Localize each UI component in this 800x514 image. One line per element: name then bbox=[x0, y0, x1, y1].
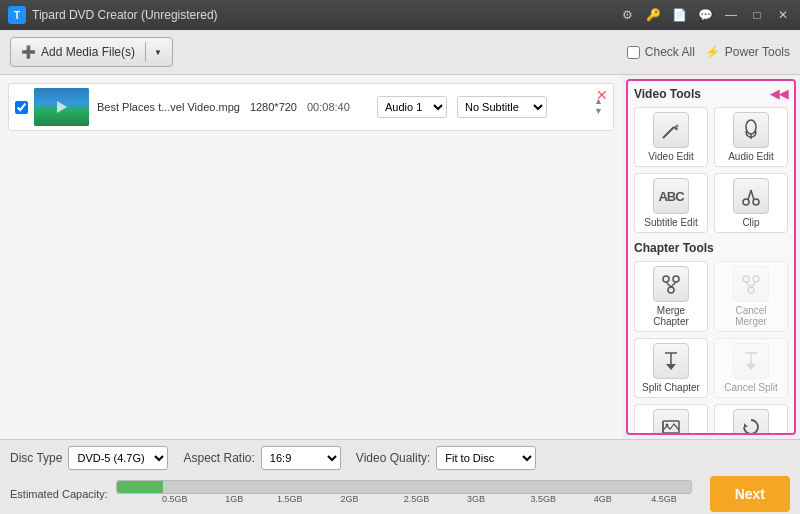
media-subtitle-selector: No Subtitle bbox=[457, 96, 547, 118]
svg-line-5 bbox=[748, 190, 751, 200]
next-button[interactable]: Next bbox=[710, 476, 790, 512]
tick-4: 2.5GB bbox=[404, 494, 430, 504]
add-media-label: Add Media File(s) bbox=[41, 45, 135, 59]
media-filename: Best Places t...vel Video.mpg bbox=[97, 101, 240, 113]
video-quality-field: Video Quality: Fit to Disc High Medium L… bbox=[356, 446, 537, 470]
video-quality-label: Video Quality: bbox=[356, 451, 431, 465]
media-resolution: 1280*720 bbox=[250, 101, 297, 113]
tick-1: 1GB bbox=[225, 494, 243, 504]
svg-point-13 bbox=[753, 276, 759, 282]
media-remove-button[interactable]: ✕ bbox=[596, 87, 608, 103]
settings-icon[interactable]: ⚙ bbox=[618, 8, 636, 22]
capacity-progress-bar bbox=[116, 480, 692, 494]
svg-line-6 bbox=[751, 190, 754, 200]
subtitle-edit-icon: ABC bbox=[653, 178, 689, 214]
split-chapter-button[interactable]: Split Chapter bbox=[634, 338, 708, 398]
chapter-tools-section: Chapter Tools bbox=[634, 241, 788, 435]
thumbnail-scene bbox=[34, 88, 89, 126]
capacity-bar-wrapper: 0.5GB 1GB 1.5GB 2GB 2.5GB 3GB 3.5GB 4GB … bbox=[116, 480, 692, 508]
title-controls: ⚙ 🔑 📄 💬 — □ ✕ bbox=[618, 8, 792, 22]
aspect-ratio-select[interactable]: 16:9 4:3 bbox=[261, 446, 341, 470]
merge-chapter-label: Merge Chapter bbox=[639, 305, 703, 327]
disc-type-field: Disc Type DVD-5 (4.7G) DVD-9 (8.5G) bbox=[10, 446, 168, 470]
title-bar: T Tipard DVD Creator (Unregistered) ⚙ 🔑 … bbox=[0, 0, 800, 30]
maximize-icon[interactable]: □ bbox=[748, 8, 766, 22]
svg-point-12 bbox=[743, 276, 749, 282]
capacity-label: Estimated Capacity: bbox=[10, 488, 108, 500]
add-media-button[interactable]: ➕ Add Media File(s) ▼ bbox=[10, 37, 173, 67]
dropdown-arrow-icon: ▼ bbox=[154, 48, 162, 57]
merge-chapter-icon bbox=[653, 266, 689, 302]
video-quality-select[interactable]: Fit to Disc High Medium Low bbox=[436, 446, 536, 470]
power-tools-icon: ⚡ bbox=[705, 45, 720, 59]
svg-point-8 bbox=[673, 276, 679, 282]
video-tools-panel: Video Tools ◀◀ Video Edit bbox=[626, 79, 796, 435]
media-item: Best Places t...vel Video.mpg 1280*720 0… bbox=[8, 83, 614, 131]
clip-button[interactable]: Clip bbox=[714, 173, 788, 233]
bottom-bar: Disc Type DVD-5 (4.7G) DVD-9 (8.5G) Aspe… bbox=[0, 439, 800, 514]
svg-point-24 bbox=[666, 424, 669, 427]
svg-marker-18 bbox=[666, 364, 676, 370]
subtitle-edit-button[interactable]: ABC Subtitle Edit bbox=[634, 173, 708, 233]
video-edit-button[interactable]: Video Edit bbox=[634, 107, 708, 167]
cancel-merger-button[interactable]: Cancel Merger bbox=[714, 261, 788, 332]
chapter-tools-grid: Merge Chapter bbox=[634, 261, 788, 435]
svg-point-7 bbox=[663, 276, 669, 282]
video-tools-grid: Video Edit Audio Edit ABC bbox=[634, 107, 788, 233]
capacity-progress-fill bbox=[117, 481, 163, 493]
reset-all-button[interactable]: Reset All bbox=[714, 404, 788, 435]
close-icon[interactable]: ✕ bbox=[774, 8, 792, 22]
tick-labels: 0.5GB 1GB 1.5GB 2GB 2.5GB 3GB 3.5GB 4GB … bbox=[116, 494, 692, 508]
media-list: Best Places t...vel Video.mpg 1280*720 0… bbox=[0, 75, 622, 439]
media-thumbnail bbox=[34, 88, 89, 126]
split-chapter-label: Split Chapter bbox=[642, 382, 700, 393]
video-tools-title: Video Tools bbox=[634, 87, 701, 101]
merge-chapter-button[interactable]: Merge Chapter bbox=[634, 261, 708, 332]
audio-select[interactable]: Audio 1 Audio 2 bbox=[377, 96, 447, 118]
svg-marker-21 bbox=[746, 364, 756, 370]
svg-point-14 bbox=[748, 287, 754, 293]
media-duration: 00:08:40 bbox=[307, 101, 367, 113]
check-all-checkbox[interactable] bbox=[627, 46, 640, 59]
tick-5: 3GB bbox=[467, 494, 485, 504]
key-icon[interactable]: 🔑 bbox=[644, 8, 662, 22]
chapter-tools-title: Chapter Tools bbox=[634, 241, 714, 255]
arrow-down-icon[interactable]: ▼ bbox=[594, 107, 603, 117]
svg-point-1 bbox=[746, 120, 756, 134]
collapse-arrow-icon[interactable]: ◀◀ bbox=[770, 87, 788, 101]
audio-edit-label: Audio Edit bbox=[728, 151, 774, 162]
audio-edit-icon bbox=[733, 112, 769, 148]
dropdown-divider bbox=[145, 42, 146, 62]
thumbnail-setting-button[interactable]: Thumbnail Setting bbox=[634, 404, 708, 435]
aspect-ratio-field: Aspect Ratio: 16:9 4:3 bbox=[183, 446, 340, 470]
svg-point-9 bbox=[668, 287, 674, 293]
video-tools-header: Video Tools ◀◀ bbox=[634, 87, 788, 101]
subtitle-select[interactable]: No Subtitle bbox=[457, 96, 547, 118]
media-info: Best Places t...vel Video.mpg 1280*720 0… bbox=[97, 96, 590, 118]
aspect-ratio-label: Aspect Ratio: bbox=[183, 451, 254, 465]
settings-row: Disc Type DVD-5 (4.7G) DVD-9 (8.5G) Aspe… bbox=[10, 446, 790, 470]
tick-6: 3.5GB bbox=[530, 494, 556, 504]
power-tools-label: Power Tools bbox=[725, 45, 790, 59]
thumbnail-setting-icon bbox=[653, 409, 689, 435]
audio-edit-button[interactable]: Audio Edit bbox=[714, 107, 788, 167]
app-title: Tipard DVD Creator (Unregistered) bbox=[32, 8, 618, 22]
chapter-tools-header: Chapter Tools bbox=[634, 241, 788, 255]
chat-icon[interactable]: 💬 bbox=[696, 8, 714, 22]
cancel-merger-label: Cancel Merger bbox=[719, 305, 783, 327]
svg-line-0 bbox=[663, 127, 674, 138]
split-chapter-icon bbox=[653, 343, 689, 379]
main-area: ➕ Add Media File(s) ▼ Check All ⚡ Power … bbox=[0, 30, 800, 514]
svg-line-16 bbox=[751, 282, 756, 287]
media-item-checkbox[interactable] bbox=[15, 101, 28, 114]
cancel-split-button[interactable]: Cancel Split bbox=[714, 338, 788, 398]
clip-icon bbox=[733, 178, 769, 214]
capacity-row: Estimated Capacity: 0.5GB 1GB 1.5GB 2GB … bbox=[10, 476, 790, 512]
disc-type-select[interactable]: DVD-5 (4.7G) DVD-9 (8.5G) bbox=[68, 446, 168, 470]
tick-2: 1.5GB bbox=[277, 494, 303, 504]
file-icon[interactable]: 📄 bbox=[670, 8, 688, 22]
tick-8: 4.5GB bbox=[651, 494, 677, 504]
app-icon: T bbox=[8, 6, 26, 24]
minimize-icon[interactable]: — bbox=[722, 8, 740, 22]
power-tools-button[interactable]: ⚡ Power Tools bbox=[705, 38, 790, 66]
